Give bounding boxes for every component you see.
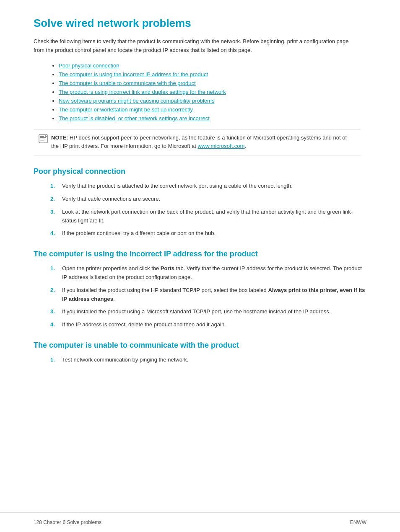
poor-physical-step-3: 3. Look at the network port connection o… xyxy=(50,208,366,225)
poor-physical-step-4: 4. If the problem continues, try a diffe… xyxy=(50,229,366,238)
section-title-incorrect-ip: The computer is using the incorrect IP a… xyxy=(34,250,366,258)
toc-link-3[interactable]: The computer is unable to communicate wi… xyxy=(59,80,196,86)
incorrect-ip-step-1: 1. Open the printer properties and click… xyxy=(50,264,366,282)
toc-item-5[interactable]: New software programs might be causing c… xyxy=(59,98,366,104)
incorrect-ip-step-2: 2. If you installed the product using th… xyxy=(50,286,366,304)
toc-link-7[interactable]: The product is disabled, or other networ… xyxy=(59,115,210,121)
svg-rect-2 xyxy=(40,137,46,138)
unable-communicate-list: 1. Test network communication by pinging… xyxy=(50,356,366,364)
toc-link-6[interactable]: The computer or workstation might be set… xyxy=(59,106,193,113)
svg-rect-4 xyxy=(40,140,44,140)
intro-paragraph: Check the following items to verify that… xyxy=(34,37,361,55)
section-title-unable-communicate: The computer is unable to communicate wi… xyxy=(34,341,366,350)
toc-link-5[interactable]: New software programs might be causing c… xyxy=(59,98,214,104)
toc-item-1[interactable]: Poor physical connection xyxy=(59,62,366,69)
note-link[interactable]: www.microsoft.com xyxy=(197,143,244,149)
poor-physical-step-1: 1. Verify that the product is attached t… xyxy=(50,182,366,191)
incorrect-ip-step-3: 3. If you installed the product using a … xyxy=(50,307,366,316)
poor-physical-step-2: 2. Verify that cable connections are sec… xyxy=(50,195,366,204)
toc-item-4[interactable]: The product is using incorrect link and … xyxy=(59,89,366,95)
incorrect-ip-list: 1. Open the printer properties and click… xyxy=(50,264,366,329)
unable-communicate-step-1: 1. Test network communication by pinging… xyxy=(50,356,366,364)
toc-link-4[interactable]: The product is using incorrect link and … xyxy=(59,89,226,95)
svg-rect-3 xyxy=(40,139,45,139)
svg-rect-1 xyxy=(40,136,44,137)
toc-list: Poor physical connection The computer is… xyxy=(59,62,366,121)
incorrect-ip-step-4: 4. If the IP address is correct, delete … xyxy=(50,320,366,329)
toc-item-7[interactable]: The product is disabled, or other networ… xyxy=(59,115,366,121)
footer-right: ENWW xyxy=(350,519,366,525)
note-text: NOTE: HP does not support peer-to-peer n… xyxy=(51,134,356,151)
poor-physical-list: 1. Verify that the product is attached t… xyxy=(50,182,366,238)
toc-item-2[interactable]: The computer is using the incorrect IP a… xyxy=(59,71,366,77)
page-title: Solve wired network problems xyxy=(34,17,366,30)
section-title-poor-physical: Poor physical connection xyxy=(34,167,366,176)
note-icon xyxy=(39,134,48,145)
note-box: NOTE: HP does not support peer-to-peer n… xyxy=(34,129,361,156)
toc-link-2[interactable]: The computer is using the incorrect IP a… xyxy=(59,71,208,77)
note-label: NOTE: xyxy=(51,134,68,141)
toc-link-1[interactable]: Poor physical connection xyxy=(59,62,119,69)
footer-left: 128 Chapter 6 Solve problems xyxy=(34,519,101,525)
toc-item-6[interactable]: The computer or workstation might be set… xyxy=(59,106,366,113)
footer: 128 Chapter 6 Solve problems ENWW xyxy=(0,512,400,532)
toc-item-3[interactable]: The computer is unable to communicate wi… xyxy=(59,80,366,86)
